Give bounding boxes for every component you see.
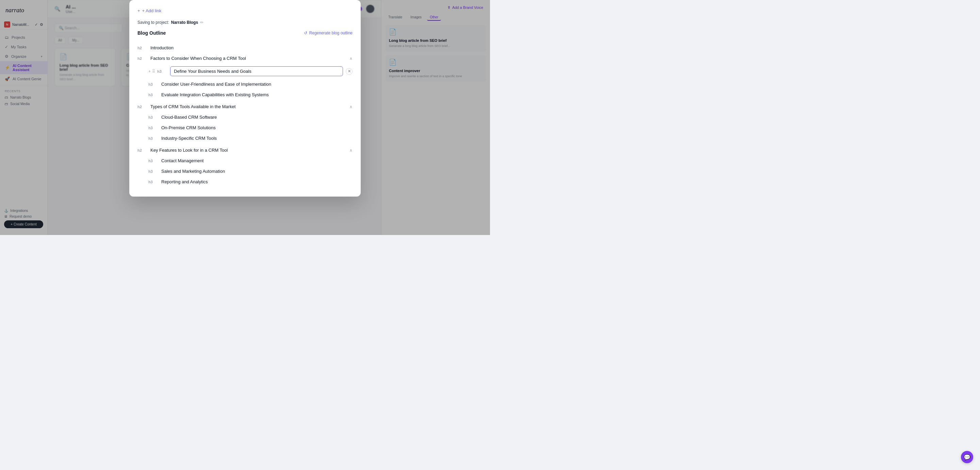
heading-level-badge: h3 bbox=[148, 93, 158, 97]
heading-text: On-Premise CRM Solutions bbox=[161, 125, 353, 130]
refresh-icon: ↺ bbox=[304, 30, 307, 35]
heading-level-badge: h2 bbox=[137, 56, 147, 60]
outline-item-h3-on-premise: h3 On-Premise CRM Solutions bbox=[137, 122, 353, 133]
heading-level-badge: h3 bbox=[148, 82, 158, 86]
heading-text: Introduction bbox=[150, 45, 353, 50]
saving-bar: Saving to project: Narrato Blogs ✏ bbox=[137, 20, 353, 25]
heading-text: Contact Management bbox=[161, 158, 353, 163]
h2-children-factors: + ⠿ h3 ✕ h3 Consider User-Friendliness a… bbox=[137, 64, 353, 100]
blog-outline-modal: + + Add link Saving to project: Narrato … bbox=[129, 0, 361, 197]
heading-level-badge: h3 bbox=[148, 159, 158, 163]
edit-icon[interactable]: ✏ bbox=[200, 20, 204, 25]
outline-item-h2-introduction: h2 Introduction bbox=[137, 43, 353, 53]
heading-level-badge: h3 bbox=[157, 69, 167, 73]
add-item-icon[interactable]: + bbox=[148, 69, 151, 74]
modal-overlay: + + Add link Saving to project: Narrato … bbox=[0, 0, 490, 235]
outline-item-h3-integration: h3 Evaluate Integration Capabilities wit… bbox=[137, 89, 353, 100]
heading-edit-input[interactable] bbox=[170, 66, 343, 76]
outline-item-h3-sales: h3 Sales and Marketing Automation bbox=[137, 166, 353, 176]
heading-text: Evaluate Integration Capabilities with E… bbox=[161, 92, 353, 97]
outline-item-h3-cloud: h3 Cloud-Based CRM Software bbox=[137, 112, 353, 122]
outline-section-types: h2 Types of CRM Tools Available in the M… bbox=[137, 102, 353, 143]
heading-level-badge: h3 bbox=[148, 180, 158, 184]
outline-item-h2-features: h2 Key Features to Look for in a CRM Too… bbox=[137, 145, 353, 156]
heading-text: Sales and Marketing Automation bbox=[161, 169, 353, 174]
heading-level-badge: h2 bbox=[137, 148, 147, 152]
outline-item-h2-types: h2 Types of CRM Tools Available in the M… bbox=[137, 102, 353, 112]
h2-children-features: h3 Contact Management h3 Sales and Marke… bbox=[137, 156, 353, 187]
heading-level-badge: h2 bbox=[137, 105, 147, 109]
heading-text: Reporting and Analytics bbox=[161, 179, 353, 184]
heading-level-badge: h3 bbox=[148, 115, 158, 119]
outline-item-h3-define: + ⠿ h3 ✕ bbox=[137, 64, 353, 79]
heading-text: Types of CRM Tools Available in the Mark… bbox=[150, 104, 347, 109]
heading-level-badge: h2 bbox=[137, 46, 147, 50]
heading-text: Industry-Specific CRM Tools bbox=[161, 136, 353, 141]
saving-label: Saving to project: bbox=[137, 20, 169, 25]
heading-text: Factors to Consider When Choosing a CRM … bbox=[150, 56, 347, 61]
outline-section-factors: h2 Factors to Consider When Choosing a C… bbox=[137, 53, 353, 100]
outline-list: h2 Introduction h2 Factors to Consider W… bbox=[137, 43, 353, 188]
close-edit-button[interactable]: ✕ bbox=[346, 68, 353, 75]
outline-item-h3-reporting: h3 Reporting and Analytics bbox=[137, 176, 353, 187]
collapse-icon[interactable]: ∧ bbox=[350, 56, 353, 61]
outline-item-h3-industry: h3 Industry-Specific CRM Tools bbox=[137, 133, 353, 143]
add-drag-controls: + ⠿ bbox=[148, 69, 155, 74]
drag-handle-icon[interactable]: ⠿ bbox=[152, 69, 155, 74]
heading-level-badge: h3 bbox=[148, 137, 158, 140]
h2-children-types: h3 Cloud-Based CRM Software h3 On-Premis… bbox=[137, 112, 353, 143]
collapse-icon[interactable]: ∧ bbox=[350, 148, 353, 153]
outline-item-h3-user-friendliness: h3 Consider User-Friendliness and Ease o… bbox=[137, 79, 353, 89]
plus-icon: + bbox=[137, 8, 140, 13]
heading-text: Consider User-Friendliness and Ease of I… bbox=[161, 82, 353, 87]
add-link-button[interactable]: + + Add link bbox=[137, 8, 353, 13]
outline-item-h2-factors: h2 Factors to Consider When Choosing a C… bbox=[137, 53, 353, 64]
project-name: Narrato Blogs bbox=[171, 20, 198, 25]
collapse-icon[interactable]: ∧ bbox=[350, 105, 353, 109]
regenerate-label: Regenerate blog outline bbox=[309, 30, 353, 35]
heading-level-badge: h3 bbox=[148, 126, 158, 130]
add-link-label: + Add link bbox=[142, 8, 162, 13]
outline-title: Blog Outline bbox=[137, 30, 166, 36]
outline-section-features: h2 Key Features to Look for in a CRM Too… bbox=[137, 145, 353, 187]
heading-level-badge: h3 bbox=[148, 169, 158, 173]
outline-header: Blog Outline ↺ Regenerate blog outline bbox=[137, 30, 353, 36]
heading-text: Key Features to Look for in a CRM Tool bbox=[150, 148, 347, 153]
outline-item-h3-contact: h3 Contact Management bbox=[137, 156, 353, 166]
regenerate-button[interactable]: ↺ Regenerate blog outline bbox=[304, 30, 353, 35]
heading-text: Cloud-Based CRM Software bbox=[161, 114, 353, 120]
